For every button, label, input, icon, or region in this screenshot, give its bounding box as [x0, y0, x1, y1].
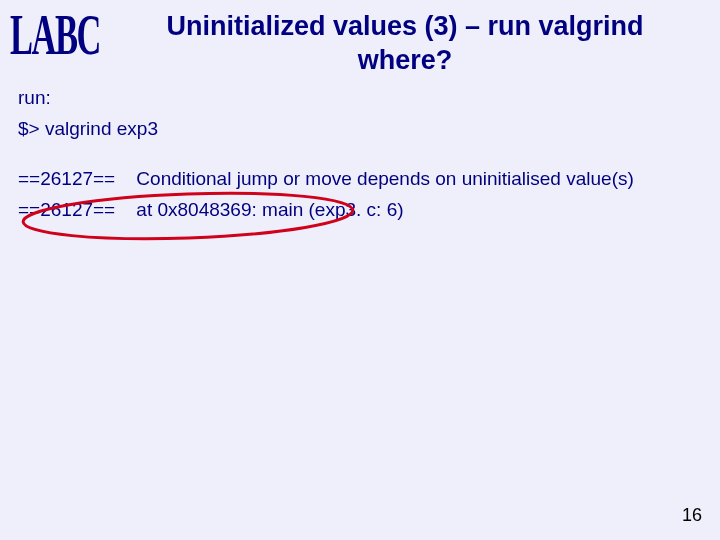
run-label: run: [18, 82, 690, 113]
command-line: $> valgrind exp3 [18, 113, 690, 144]
pid-marker: ==26127== [18, 168, 115, 189]
valgrind-output-line: ==26127== Conditional jump or move depen… [18, 163, 690, 194]
slide: LABC Uninitialized values (3) – run valg… [0, 0, 720, 540]
pid-marker: ==26127== [18, 199, 115, 220]
logo: LABC [10, 6, 100, 64]
output-message: at 0x8048369: main (exp3. c: 6) [136, 199, 403, 220]
slide-title: Uninitialized values (3) – run valgrind … [120, 10, 690, 78]
output-message: Conditional jump or move depends on unin… [136, 168, 633, 189]
page-number: 16 [682, 505, 702, 526]
slide-body: run: $> valgrind exp3 ==26127== Conditio… [18, 82, 690, 225]
valgrind-output-line: ==26127== at 0x8048369: main (exp3. c: 6… [18, 194, 690, 225]
